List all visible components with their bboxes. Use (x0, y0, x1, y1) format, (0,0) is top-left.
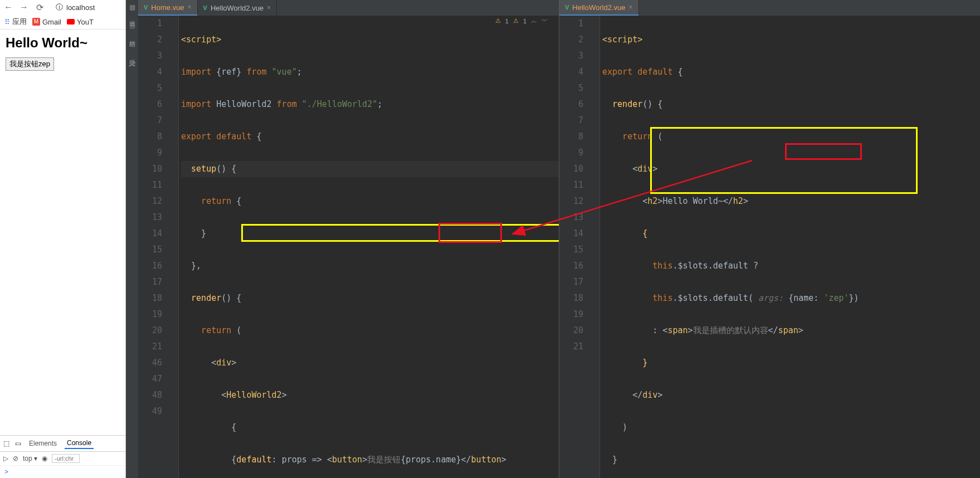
play-icon[interactable]: ▷ (3, 455, 8, 462)
info-icon: ⓘ (56, 2, 63, 12)
gmail-icon: M (32, 18, 40, 26)
right-code-area[interactable]: 123456789101112131415161718192021 <scrip… (559, 16, 980, 478)
git-icon[interactable]: ⎇ (127, 59, 137, 69)
vue-icon: V (565, 4, 569, 11)
close-icon[interactable]: × (267, 4, 271, 12)
forward-icon[interactable]: → (19, 2, 29, 12)
browser-nav: ← → ⟳ ⓘ localhost (0, 0, 125, 14)
warning-icon: ⚠ (495, 17, 501, 25)
sidebar-label-project[interactable]: 项目 (128, 13, 136, 20)
youtube-icon (67, 19, 75, 25)
left-fold (169, 16, 179, 478)
ide-sidebar: ▦ 项目 ☰ 结构 ✓ 提交 ⎇ (126, 0, 138, 478)
console-toolbar: ▷ ⊘ top ▾ ◉ (0, 452, 125, 466)
url-bar[interactable]: ⓘ localhost (50, 2, 122, 12)
youtube-bookmark[interactable]: YouT (67, 18, 94, 26)
url-text: localhost (66, 3, 95, 12)
device-icon[interactable]: ▭ (15, 440, 21, 447)
sidebar-label-commit[interactable]: 提交 (128, 51, 136, 58)
editor-area: VHome.vue× VHelloWorld2.vue× ⚠1 ⚠1 ︿﹀ 12… (138, 0, 980, 478)
left-editor: VHome.vue× VHelloWorld2.vue× ⚠1 ⚠1 ︿﹀ 12… (138, 0, 559, 478)
left-code[interactable]: <script> import {ref} from "vue"; import… (179, 16, 559, 478)
browser-window: ← → ⟳ ⓘ localhost ⠿应用 MGmail YouT Hello … (0, 0, 126, 478)
close-icon[interactable]: × (628, 3, 632, 11)
apps-button[interactable]: ⠿应用 (4, 17, 27, 27)
right-tabs: VHelloWorld2.vue× (559, 0, 980, 16)
right-editor: VHelloWorld2.vue× 1234567891011121314151… (559, 0, 980, 478)
sidebar-label-structure[interactable]: 结构 (128, 32, 136, 39)
reload-icon[interactable]: ⟳ (35, 2, 45, 12)
page-heading: Hello World~ (6, 35, 120, 51)
warning-icon: ⚠ (513, 17, 519, 25)
filter-input[interactable] (52, 454, 80, 463)
gmail-bookmark[interactable]: MGmail (32, 18, 61, 26)
bookmarks-bar: ⠿应用 MGmail YouT (0, 14, 125, 30)
right-gutter: 123456789101112131415161718192021 (559, 16, 590, 478)
console-tab[interactable]: Console (65, 438, 94, 449)
right-fold (590, 16, 600, 478)
vue-icon: V (203, 4, 207, 11)
left-code-area[interactable]: 1234567891011121314151617181920214647484… (138, 16, 559, 478)
highlight-box-red (785, 143, 862, 160)
vue-icon: V (144, 4, 148, 11)
up-icon[interactable]: ︿ (531, 17, 537, 25)
context-select[interactable]: top ▾ (23, 455, 37, 462)
tab-helloworld2-vue[interactable]: VHelloWorld2.vue× (198, 0, 277, 16)
clear-icon[interactable]: ⊘ (13, 455, 18, 462)
eye-icon[interactable]: ◉ (42, 455, 47, 462)
tab-helloworld2-vue-right[interactable]: VHelloWorld2.vue× (559, 0, 639, 16)
project-icon[interactable]: ▦ (127, 2, 137, 12)
structure-icon[interactable]: ☰ (127, 21, 137, 31)
left-gutter: 1234567891011121314151617181920214647484… (138, 16, 169, 478)
page-button[interactable]: 我是按钮zep (6, 57, 54, 71)
devtools-tabs: ⬚ ▭ Elements Console (0, 436, 125, 452)
close-icon[interactable]: × (188, 3, 192, 11)
left-tabs: VHome.vue× VHelloWorld2.vue× (138, 0, 559, 16)
inspect-icon[interactable]: ⬚ (3, 440, 9, 447)
right-code[interactable]: <script> export default { render() { ret… (600, 16, 980, 478)
commit-icon[interactable]: ✓ (127, 40, 137, 50)
browser-content: Hello World~ 我是按钮zep (0, 30, 125, 435)
elements-tab[interactable]: Elements (27, 438, 59, 448)
back-icon[interactable]: ← (3, 2, 13, 12)
tab-home-vue[interactable]: VHome.vue× (138, 0, 198, 16)
down-icon[interactable]: ﹀ (542, 17, 548, 25)
console-prompt[interactable]: > (0, 466, 125, 478)
inspection-bar[interactable]: ⚠1 ⚠1 ︿﹀ (495, 17, 548, 25)
devtools: ⬚ ▭ Elements Console ▷ ⊘ top ▾ ◉ > (0, 435, 125, 478)
